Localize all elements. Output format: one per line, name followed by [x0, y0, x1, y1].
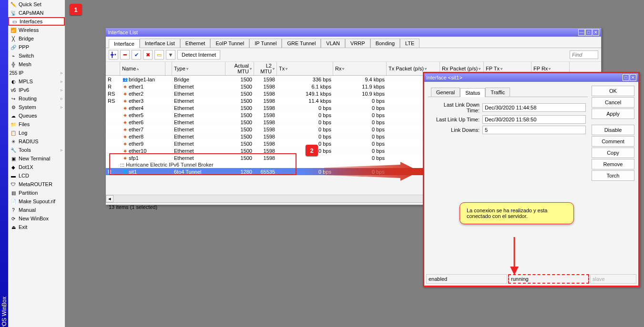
sidebar-item-new-terminal[interactable]: ▣New Terminal	[8, 154, 65, 163]
sidebar-item-manual[interactable]: ?Manual	[8, 206, 65, 214]
enable-button[interactable]: ✔	[132, 50, 141, 59]
tab-ip-tunnel[interactable]: IP Tunnel	[249, 39, 282, 48]
interface-icon: 👥	[122, 77, 128, 82]
tab-interface-list[interactable]: Interface List	[140, 39, 180, 48]
maximize-button[interactable]: □	[623, 74, 629, 81]
sidebar-item-interfaces[interactable]: ▭Interfaces	[8, 17, 65, 26]
menu-icon: 📶	[10, 27, 17, 33]
sidebar-item-switch[interactable]: ⌁Switch	[8, 51, 65, 60]
menu-icon: ⟳	[10, 215, 17, 222]
column-header[interactable]: Name▵	[120, 62, 165, 75]
sidebar-item-capsman[interactable]: 📡CAPsMAN	[8, 9, 65, 17]
column-header[interactable]: Type▿	[172, 62, 225, 75]
maximize-button[interactable]: □	[585, 29, 592, 36]
sidebar-item-metarouter[interactable]: 🛡MetaROUTER	[8, 180, 65, 188]
filter-button[interactable]: ▼	[166, 50, 175, 59]
sidebar-item-partition[interactable]: ▤Partition	[8, 188, 65, 197]
window-titlebar[interactable]: Interface List — □ ✕	[106, 28, 601, 37]
torch-button[interactable]: Torch	[592, 170, 634, 181]
sidebar-item-dot1x[interactable]: ◆Dot1X	[8, 163, 65, 171]
disable-button[interactable]: ✖	[143, 50, 153, 59]
sidebar-item-ppp[interactable]: 🔗PPP	[8, 43, 65, 51]
sidebar-item-mpls[interactable]: ◐MPLS▹	[8, 77, 65, 86]
property-field: Link Downs:	[430, 126, 586, 134]
detect-internet-button[interactable]: Detect Internet	[177, 50, 220, 59]
cancel-button[interactable]: Cancel	[592, 97, 634, 108]
comment-button[interactable]: Comment	[592, 136, 634, 147]
column-header[interactable]: Actual MTU▿	[225, 62, 254, 75]
remove-button[interactable]: Remove	[592, 159, 634, 169]
sidebar-item-routing[interactable]: ↪Routing▹	[8, 94, 65, 103]
field-value[interactable]	[482, 126, 586, 134]
disable-button[interactable]: Disable	[592, 125, 634, 135]
sidebar-item-radius[interactable]: ✳RADIUS	[8, 137, 65, 146]
sidebar-item-wireless[interactable]: 📶Wireless	[8, 26, 65, 34]
sidebar-item-mesh[interactable]: ╬Mesh	[8, 60, 65, 69]
sidebar-item-system[interactable]: ⚙System▹	[8, 103, 65, 111]
window-titlebar[interactable]: Interface <sit1> □ ✕	[424, 73, 638, 82]
minimize-button[interactable]: —	[578, 29, 585, 36]
apply-button[interactable]: Apply	[592, 109, 634, 119]
toolbar: ╋ ━ ✔ ✖ ▭ ▼ Detect Internet	[106, 48, 601, 62]
close-button[interactable]: ✕	[593, 29, 599, 36]
tab-bonding[interactable]: Bonding	[370, 39, 400, 48]
menu-icon: 📁	[10, 121, 17, 128]
comment-button[interactable]: ▭	[154, 50, 164, 59]
close-button[interactable]: ✕	[630, 74, 636, 81]
sidebar-item-lcd[interactable]: ▬LCD	[8, 171, 65, 180]
sidebar-item-label: CAPsMAN	[19, 10, 44, 16]
column-header[interactable]: Rx▿	[333, 62, 387, 75]
submenu-arrow-icon: ▹	[61, 105, 63, 109]
annotation-badge-1: 1	[70, 4, 82, 15]
copy-button[interactable]: Copy	[592, 148, 634, 158]
submenu-arrow-icon: ▹	[61, 96, 63, 101]
ok-button[interactable]: OK	[592, 86, 634, 96]
window-title: Interface <sit1>	[426, 75, 622, 80]
sidebar-item-label: Log	[19, 130, 27, 136]
sidebar-item-label: Routing	[19, 96, 37, 101]
sidebar-item-label: Make Supout.rif	[19, 198, 55, 204]
sidebar-item-ipv6[interactable]: v6IPv6▹	[8, 86, 65, 94]
column-header[interactable]: L2 MTU▿	[254, 62, 277, 75]
tab-vrrp[interactable]: VRRP	[345, 39, 370, 48]
sidebar-item-ip[interactable]: 255IP▹	[8, 69, 65, 77]
menu-icon: ✏️	[10, 1, 17, 8]
menu-icon: v6	[10, 87, 17, 93]
tab-traffic[interactable]: Traffic	[485, 88, 510, 97]
sidebar-item-quick-set[interactable]: ✏️Quick Set	[8, 0, 65, 9]
submenu-arrow-icon: ▹	[61, 88, 63, 92]
sidebar-item-queues[interactable]: ☁Queues	[8, 111, 65, 120]
sidebar-item-new-winbox[interactable]: ⟳New WinBox	[8, 214, 65, 223]
find-input[interactable]	[570, 50, 598, 59]
interface-icon: ◈	[122, 155, 128, 161]
tab-eoip-tunnel[interactable]: EoIP Tunnel	[210, 39, 249, 48]
sidebar-item-tools[interactable]: 🔧Tools▹	[8, 146, 65, 154]
tab-gre-tunnel[interactable]: GRE Tunnel	[282, 39, 321, 48]
interface-icon: ◈	[122, 91, 128, 97]
field-label: Link Downs:	[430, 127, 482, 133]
remove-button[interactable]: ━	[120, 50, 130, 59]
sidebar-item-bridge[interactable]: ╳Bridge	[8, 34, 65, 43]
tab-interface[interactable]: Interface	[109, 39, 140, 48]
column-header[interactable]	[165, 62, 172, 75]
sidebar-item-label: PPP	[19, 44, 29, 50]
sidebar-item-log[interactable]: 📋Log	[8, 129, 65, 137]
menu-icon: 🔧	[10, 147, 17, 153]
sidebar-item-exit[interactable]: ⏏Exit	[8, 223, 65, 231]
sidebar-item-make-supout-rif[interactable]: 📄Make Supout.rif	[8, 197, 65, 206]
tab-ethernet[interactable]: Ethernet	[180, 39, 211, 48]
tab-status[interactable]: Status	[460, 88, 485, 97]
sidebar-item-files[interactable]: 📁Files	[8, 120, 65, 129]
tab-vlan[interactable]: VLAN	[321, 39, 345, 48]
field-value[interactable]	[482, 115, 586, 124]
scroll-left-button[interactable]: ◂	[106, 195, 113, 202]
sidebar-item-label: System	[19, 104, 36, 110]
column-header[interactable]: Tx▿	[277, 62, 333, 75]
tab-general[interactable]: General	[431, 88, 460, 97]
field-value[interactable]	[482, 103, 586, 112]
status-footer: enabled running slave	[426, 274, 636, 284]
add-button[interactable]: ╋	[109, 50, 118, 59]
column-header[interactable]	[106, 62, 120, 75]
sidebar-item-label: Wireless	[19, 27, 39, 33]
tab-lte[interactable]: LTE	[400, 39, 419, 48]
